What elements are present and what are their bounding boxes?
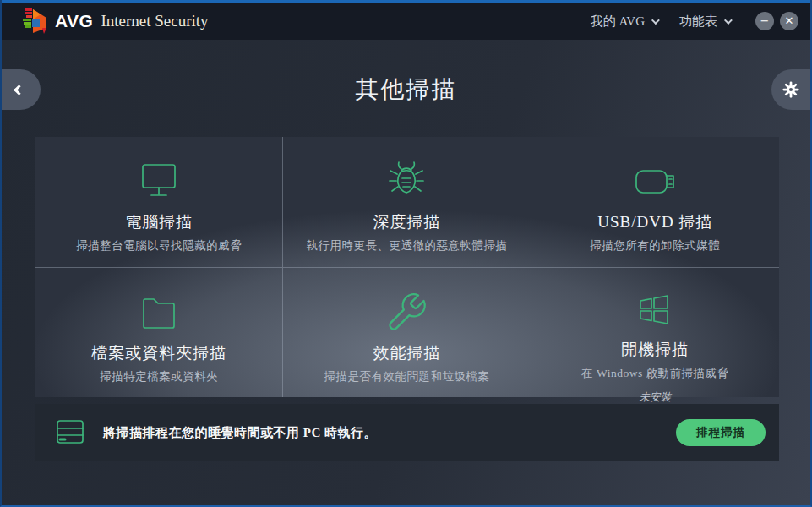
tile-subtitle: 掃描整台電腦以尋找隱藏的威脅 [76, 238, 242, 254]
tile-performance-scan[interactable]: 效能掃描 掃描是否有效能問題和垃圾檔案 [283, 268, 531, 397]
content: 其他掃描 [2, 40, 810, 505]
tile-subtitle: 掃描是否有效能問題和垃圾檔案 [324, 369, 489, 384]
avg-window: AVG Internet Security 我的 AVG 功能表 − ✕ 其他掃… [0, 0, 812, 507]
tile-file-folder-scan[interactable]: 檔案或資料夾掃描 掃描特定檔案或資料夾 [35, 268, 283, 397]
menu-my-avg[interactable]: 我的 AVG [591, 14, 657, 30]
page-title: 其他掃描 [2, 74, 810, 106]
tile-title: 深度掃描 [373, 211, 440, 233]
windows-icon [633, 290, 677, 332]
brand: AVG Internet Security [22, 8, 209, 35]
minimize-button[interactable]: − [755, 12, 774, 30]
tile-subtitle: 執行用時更長、更透徹的惡意軟體掃描 [306, 238, 507, 254]
titlebar: AVG Internet Security 我的 AVG 功能表 − ✕ [2, 3, 810, 40]
avg-logo [22, 8, 47, 35]
tile-subtitle: 在 Windows 啟動前掃描威脅 [581, 366, 728, 381]
folder-icon [135, 290, 183, 335]
tile-title: 檔案或資料夾掃描 [91, 342, 226, 364]
product-name: Internet Security [101, 12, 208, 30]
chevron-down-icon [651, 16, 660, 25]
tile-title: 開機掃描 [621, 339, 689, 361]
titlebar-right: 我的 AVG 功能表 − ✕ [591, 12, 798, 30]
tile-deep-scan[interactable]: 深度掃描 執行用時更長、更透徹的惡意軟體掃描 [283, 137, 531, 268]
tile-boot-scan[interactable]: 開機掃描 在 Windows 啟動前掃描威脅 未安裝 [531, 268, 779, 397]
tile-subtitle: 掃描特定檔案或資料夾 [100, 369, 218, 384]
page-header: 其他掃描 [2, 40, 810, 137]
tile-subtitle: 掃描您所有的卸除式媒體 [590, 238, 720, 254]
not-installed-label: 未安裝 [640, 390, 672, 405]
schedule-icon [52, 417, 88, 449]
tile-usb-dvd-scan[interactable]: USB/DVD 掃描 掃描您所有的卸除式媒體 [531, 137, 779, 268]
usb-icon [629, 159, 680, 204]
wrench-icon [384, 290, 428, 335]
schedule-bar: 將掃描排程在您的睡覺時間或不用 PC 時執行。 排程掃描 [35, 404, 779, 461]
settings-button[interactable] [771, 69, 810, 110]
tile-title: 效能掃描 [373, 342, 440, 364]
tile-title: USB/DVD 掃描 [597, 211, 712, 233]
window-controls: − ✕ [755, 12, 798, 30]
computer-icon [135, 159, 183, 204]
schedule-message: 將掃描排程在您的睡覺時間或不用 PC 時執行。 [103, 425, 377, 441]
menu-options-label: 功能表 [679, 14, 717, 30]
chevron-down-icon [724, 16, 733, 25]
schedule-scan-button[interactable]: 排程掃描 [676, 419, 766, 446]
brand-name: AVG [55, 11, 93, 31]
gear-icon [782, 80, 800, 99]
scan-tiles-grid: 電腦掃描 掃描整台電腦以尋找隱藏的威脅 [35, 137, 779, 397]
tile-title: 電腦掃描 [125, 211, 193, 233]
menu-options[interactable]: 功能表 [679, 14, 730, 30]
close-button[interactable]: ✕ [780, 12, 798, 30]
tile-computer-scan[interactable]: 電腦掃描 掃描整台電腦以尋找隱藏的威脅 [35, 137, 283, 268]
menu-my-avg-label: 我的 AVG [591, 14, 645, 30]
bug-icon [383, 159, 430, 204]
